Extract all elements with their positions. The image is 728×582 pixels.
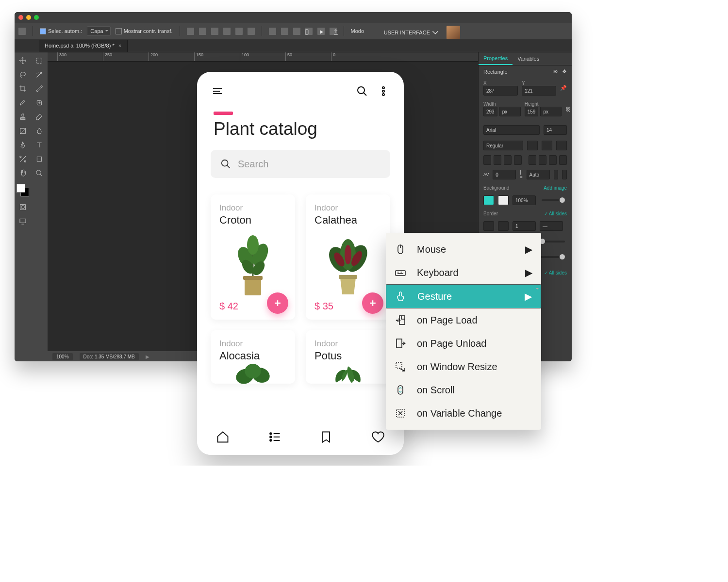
bookmark-icon[interactable]	[319, 430, 333, 446]
window-min-icon[interactable]	[26, 15, 31, 20]
search-icon[interactable]	[356, 85, 368, 99]
type-tool-icon[interactable]	[33, 139, 45, 151]
height-input[interactable]: 159	[525, 107, 539, 116]
menu-item-gesture[interactable]: Gesture ▶	[386, 284, 541, 308]
border-width-input[interactable]: 1	[513, 221, 536, 231]
list-icon[interactable]	[559, 155, 567, 165]
document-tab[interactable]: Home.psd al 100% (RGB/8) * ×	[39, 40, 128, 52]
add-image-link[interactable]: Add image	[544, 185, 567, 191]
border-style-select[interactable]: —	[540, 221, 563, 231]
border-enabled-icon[interactable]	[483, 221, 494, 231]
font-weight-select[interactable]: Regular	[483, 141, 523, 150]
valign-mid-icon[interactable]	[539, 155, 546, 165]
close-icon[interactable]: ×	[118, 43, 121, 48]
tab-variables[interactable]: Variables	[513, 52, 544, 65]
add-button[interactable]	[362, 292, 383, 314]
marquee-tool-icon[interactable]	[33, 55, 45, 66]
device-icon[interactable]	[303, 29, 310, 36]
zoom-level[interactable]: 100%	[52, 353, 73, 360]
height-unit[interactable]: px	[540, 107, 562, 116]
strike-icon[interactable]	[556, 141, 567, 150]
underline-icon[interactable]	[542, 141, 552, 150]
heart-icon[interactable]	[371, 430, 385, 446]
crop-text-icon[interactable]	[554, 170, 559, 179]
menu-item-variable-change[interactable]: on Variable Change	[386, 402, 541, 425]
auto-select-checkbox[interactable]: Selec. autom.:	[40, 28, 82, 34]
screenmode-icon[interactable]	[17, 215, 29, 227]
align-center-text-icon[interactable]	[494, 155, 501, 165]
align-top-icon[interactable]	[223, 28, 231, 35]
product-card[interactable]: Indoor Croton $ 42	[211, 194, 295, 320]
wand-tool-icon[interactable]	[33, 69, 45, 81]
valign-top-icon[interactable]	[529, 155, 536, 165]
quickmask-icon[interactable]	[17, 201, 29, 213]
more-icon[interactable]	[378, 85, 389, 99]
align-left-icon[interactable]	[187, 28, 194, 35]
rotation-slider[interactable]	[540, 241, 565, 242]
healing-tool-icon[interactable]	[33, 97, 45, 109]
x-input[interactable]: 287	[483, 86, 518, 96]
lineheight-input[interactable]: Auto	[527, 170, 550, 179]
hand-tool-icon[interactable]	[17, 167, 29, 179]
play-icon[interactable]	[318, 29, 325, 36]
bg-color-swatch[interactable]	[498, 195, 509, 205]
bg-opacity-input[interactable]: 100%	[513, 195, 536, 205]
y-input[interactable]: 121	[522, 86, 556, 96]
menu-item-scroll[interactable]: on Scroll	[386, 378, 541, 402]
layers-icon[interactable]: ❖	[562, 68, 567, 75]
menu-item-keyboard[interactable]: Keyboard ▶	[386, 261, 541, 284]
pin-icon[interactable]: 📌	[560, 85, 567, 91]
bg-enabled-icon[interactable]	[483, 195, 494, 205]
move-tool-icon[interactable]	[17, 55, 29, 66]
border-color-swatch[interactable]	[498, 221, 509, 231]
text-opts-icon[interactable]	[562, 170, 567, 179]
align-hcenter-icon[interactable]	[199, 28, 206, 35]
bold-icon[interactable]	[527, 141, 538, 150]
tab-properties[interactable]: Properties	[479, 52, 513, 65]
search-input[interactable]: Search	[211, 150, 390, 178]
tracking-input[interactable]: 0	[493, 170, 516, 179]
menu-icon[interactable]	[212, 85, 223, 99]
add-button[interactable]	[267, 292, 288, 314]
menu-item-page-unload[interactable]: on Page Unload	[386, 332, 541, 355]
home-icon[interactable]	[216, 430, 230, 446]
visibility-icon[interactable]: 👁	[553, 69, 558, 75]
product-card[interactable]: Indoor Alocasia	[211, 330, 295, 384]
avatar[interactable]	[447, 26, 460, 39]
window-titlebar[interactable]	[15, 12, 572, 23]
path-tool-icon[interactable]	[17, 153, 29, 165]
distribute-1-icon[interactable]	[269, 28, 276, 35]
lasso-tool-icon[interactable]	[17, 69, 29, 81]
window-close-icon[interactable]	[18, 15, 23, 20]
user-interface-dropdown[interactable]: USER INTERFACE	[384, 29, 439, 36]
smudge-tool-icon[interactable]	[33, 125, 45, 137]
window-max-icon[interactable]	[34, 15, 39, 20]
bg-opacity-slider[interactable]	[542, 199, 565, 201]
shape-tool-icon[interactable]	[33, 153, 45, 165]
gradient-tool-icon[interactable]	[17, 125, 29, 137]
menu-item-page-load[interactable]: on Page Load	[386, 308, 541, 332]
list-icon[interactable]	[268, 430, 281, 446]
align-vcenter-icon[interactable]	[235, 28, 243, 35]
move-tool-icon[interactable]	[18, 28, 26, 35]
show-transform-checkbox[interactable]: Mostrar contr. transf.	[116, 28, 173, 34]
color-swatches[interactable]	[17, 184, 29, 196]
align-justify-icon[interactable]	[514, 155, 522, 165]
opacity-slider[interactable]	[540, 256, 565, 258]
product-card[interactable]: Indoor Calathea $ 35	[306, 194, 390, 320]
menu-item-mouse[interactable]: Mouse ▶	[386, 238, 541, 261]
font-family-select[interactable]: Arial	[483, 125, 540, 135]
distribute-3-icon[interactable]	[293, 28, 300, 35]
align-right-icon[interactable]	[211, 28, 218, 35]
eyedropper-tool-icon[interactable]	[33, 83, 45, 95]
align-left-text-icon[interactable]	[483, 155, 491, 165]
font-size-input[interactable]: 14	[544, 125, 567, 135]
width-input[interactable]: 293	[483, 107, 497, 116]
stamp-tool-icon[interactable]	[17, 111, 29, 123]
valign-bot-icon[interactable]	[549, 155, 557, 165]
product-card[interactable]: Indoor Potus	[306, 330, 390, 384]
eraser-tool-icon[interactable]	[33, 111, 45, 123]
zoom-tool-icon[interactable]	[33, 167, 45, 179]
align-right-text-icon[interactable]	[504, 155, 512, 165]
link-icon[interactable]: ⛓	[565, 106, 571, 112]
